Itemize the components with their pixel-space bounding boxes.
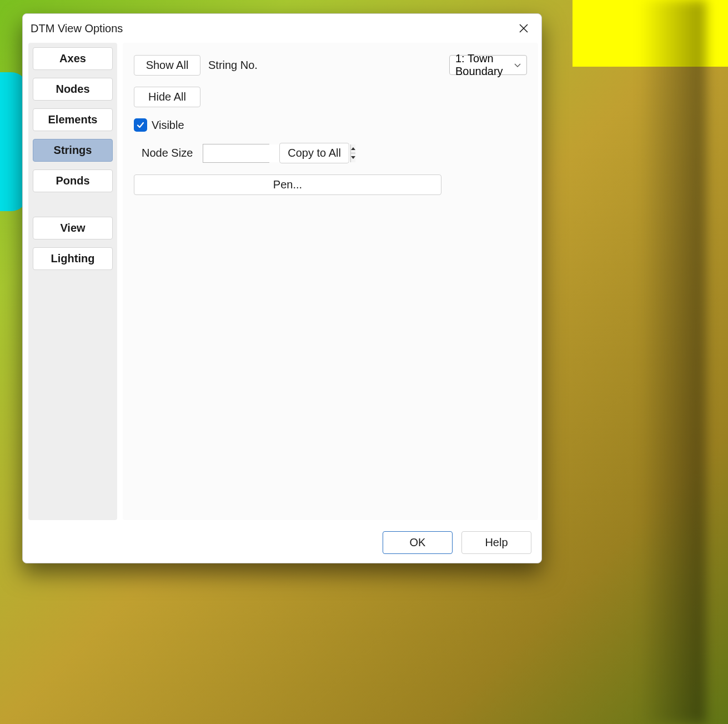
chevron-down-icon [514, 61, 521, 69]
pen-button[interactable]: Pen... [134, 174, 441, 195]
sidebar-item-axes[interactable]: Axes [33, 47, 113, 70]
svg-marker-3 [351, 156, 355, 159]
hide-all-button[interactable]: Hide All [134, 87, 200, 107]
sidebar-item-strings[interactable]: Strings [33, 139, 113, 162]
sidebar-item-view[interactable]: View [33, 217, 113, 239]
checkmark-icon [136, 121, 145, 129]
sidebar-group-1: Axes Nodes Elements Strings Ponds [33, 47, 113, 192]
sidebar: Axes Nodes Elements Strings Ponds View L… [28, 43, 117, 520]
close-button[interactable] [515, 19, 533, 37]
ok-button[interactable]: OK [383, 531, 453, 554]
titlebar: DTM View Options [23, 14, 541, 43]
node-size-up-button[interactable] [351, 144, 355, 153]
visible-label: Visible [152, 119, 184, 132]
copy-to-all-button[interactable]: Copy to All [279, 143, 349, 163]
string-no-value: 1: Town Boundary [455, 52, 514, 78]
node-size-down-button[interactable] [351, 153, 355, 162]
visible-checkbox[interactable] [134, 118, 147, 132]
sidebar-group-2: View Lighting [33, 217, 113, 270]
node-size-spinner[interactable] [203, 144, 269, 163]
close-icon [519, 23, 529, 33]
dialog-title: DTM View Options [31, 22, 123, 35]
sidebar-item-elements[interactable]: Elements [33, 108, 113, 131]
string-no-dropdown[interactable]: 1: Town Boundary [449, 55, 527, 75]
help-button[interactable]: Help [461, 531, 531, 554]
dialog-footer: OK Help [23, 523, 541, 563]
bg-shadow [639, 0, 706, 724]
sidebar-item-ponds[interactable]: Ponds [33, 169, 113, 192]
sidebar-item-nodes[interactable]: Nodes [33, 78, 113, 101]
triangle-down-icon [351, 156, 355, 159]
node-size-label: Node Size [142, 147, 193, 159]
sidebar-spacer [33, 200, 113, 209]
strings-panel: String No. 1: Town Boundary Show All Hid… [123, 43, 538, 520]
string-no-label: String No. [208, 59, 441, 72]
triangle-up-icon [351, 147, 355, 150]
svg-marker-2 [351, 147, 355, 150]
dtm-view-options-dialog: DTM View Options Axes Nodes Elements Str… [22, 13, 542, 563]
sidebar-item-lighting[interactable]: Lighting [33, 247, 113, 270]
show-all-button[interactable]: Show All [134, 55, 200, 76]
